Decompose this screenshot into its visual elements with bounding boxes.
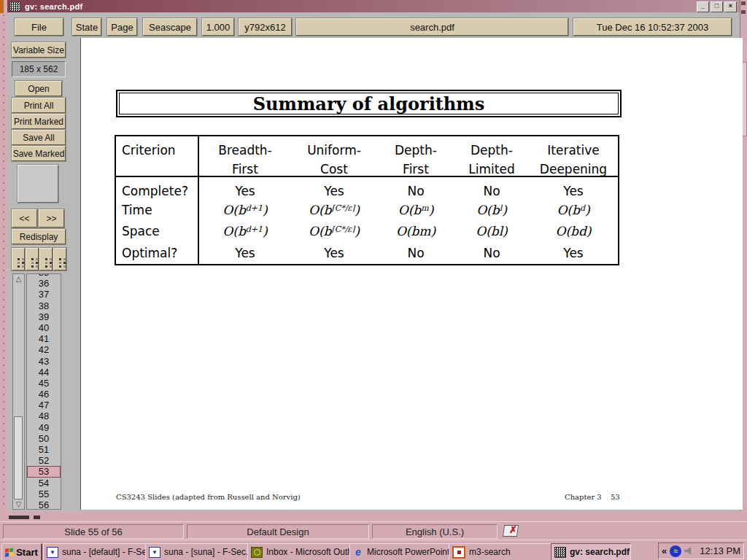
page-list-item[interactable]: 46 [27, 389, 61, 400]
table-row-label: Optimal? [116, 241, 199, 264]
taskbar-item-gv-active[interactable]: gv: search.pdf [551, 543, 631, 560]
page-list-item[interactable]: 52 [27, 455, 61, 466]
title-bar[interactable]: gv: search.pdf _ □ × [7, 0, 740, 12]
table-cell: No [377, 241, 454, 264]
maximize-button[interactable]: □ [711, 1, 723, 12]
taskbar-item-m3-search[interactable]: m3-search [449, 543, 555, 560]
save-marked-button[interactable]: Save Marked [12, 146, 66, 161]
table-cell: Yes [291, 177, 377, 199]
volume-icon[interactable] [684, 547, 693, 556]
algorithms-table: Criterion Breadth-First Uniform-Cost Dep… [115, 135, 619, 265]
save-all-button[interactable]: Save All [12, 130, 66, 145]
slide-title: Summary of algorithms [253, 93, 484, 114]
table-cell: Yes [529, 177, 618, 199]
outlook-icon [251, 547, 263, 558]
next-page-button[interactable]: >> [39, 209, 64, 228]
table-row-label: Space [116, 220, 199, 241]
desktop: gv: search.pdf _ □ × File State Page Sea… [0, 0, 747, 560]
start-button[interactable]: Start [1, 543, 42, 560]
pagemedia-preview [18, 165, 58, 203]
language-indicator: English (U.S.) [372, 524, 498, 539]
windows-logo-icon [5, 548, 14, 556]
pagesize-button[interactable]: y792x612 [239, 18, 292, 36]
mark-pattern-button-2[interactable] [26, 248, 39, 271]
filename-display: search.pdf [296, 18, 568, 36]
page-list-item[interactable]: 56 [27, 499, 61, 510]
page-list-item[interactable]: 41 [27, 333, 61, 344]
page-list-item[interactable]: 36 [27, 278, 61, 289]
powerpoint-status-bar: Slide 55 of 56 Default Design English (U… [0, 521, 747, 540]
date-display: Tue Dec 16 10:52:37 2003 [573, 18, 732, 36]
variable-size-button[interactable]: Variable Size [12, 42, 66, 58]
print-all-button[interactable]: Print All [12, 98, 66, 113]
table-cell: No [454, 177, 529, 199]
table-cell: Yes [199, 241, 291, 264]
size-display: 185 x 562 [12, 61, 66, 77]
prev-page-button[interactable]: << [12, 209, 37, 228]
page-list-item[interactable]: 42 [27, 344, 61, 355]
taskbar-item-fsecure-suna[interactable]: ▼ suna - [suna] - F-Sec... [145, 543, 252, 560]
mark-pattern-button-1[interactable] [12, 248, 25, 271]
page-list-item[interactable]: 55 [27, 489, 61, 499]
page-list-item[interactable]: 47 [27, 400, 61, 411]
scale-button[interactable]: 1.000 [202, 18, 234, 36]
background-window-edge [0, 0, 4, 13]
table-cell: No [454, 241, 529, 264]
taskbar-item-powerpoint[interactable]: e Microsoft PowerPoint... [349, 543, 453, 560]
table-cell: O(bm) [377, 220, 454, 241]
page-list[interactable]: 3536373839404142434445464748495051525354… [26, 273, 61, 510]
scrollbar-thumb[interactable] [14, 416, 23, 499]
page-list-item[interactable]: 37 [27, 289, 61, 300]
mark-pattern-button-3[interactable] [39, 248, 53, 271]
fsecure-tray-icon[interactable]: ≈ [670, 545, 681, 557]
slide-title-box: Summary of algorithms [116, 90, 622, 117]
table-cell: Yes [199, 177, 291, 199]
page-list-item[interactable]: 39 [27, 311, 61, 322]
table-cell: O(bl) [454, 199, 529, 220]
page-list-items: 3536373839404142434445464748495051525354… [27, 273, 61, 510]
page-list-item[interactable]: 48 [27, 411, 61, 421]
scroll-down-icon[interactable]: ▽ [13, 500, 24, 508]
print-marked-button[interactable]: Print Marked [12, 114, 66, 129]
file-menu-button[interactable]: File [15, 18, 63, 36]
powerpoint-icon: e [353, 546, 363, 558]
page-list-item[interactable]: 51 [27, 444, 61, 455]
state-menu-button[interactable]: State [72, 18, 101, 36]
table-header-col: Depth-First [377, 136, 454, 177]
page-list-item[interactable]: 38 [27, 300, 61, 311]
close-button[interactable]: × [724, 1, 737, 12]
scroll-up-icon[interactable]: △ [13, 275, 24, 283]
page-list-item[interactable]: 44 [27, 367, 61, 378]
page-list-item[interactable]: 50 [27, 433, 61, 444]
minimize-button[interactable]: _ [697, 1, 709, 12]
table-cell: O(b⌈C*/ε⌉) [291, 199, 377, 220]
redisplay-button[interactable]: Redisplay [12, 229, 66, 244]
page-list-scrollbar[interactable]: △ ▽ [12, 273, 25, 510]
window-title: gv: search.pdf [25, 2, 82, 11]
mark-pattern-button-4[interactable] [53, 248, 66, 271]
tray-expand-icon[interactable]: « [662, 545, 667, 556]
table-cell: O(bd+1) [199, 220, 291, 241]
page-list-item[interactable]: 54 [27, 478, 61, 489]
open-button[interactable]: Open [15, 81, 62, 96]
background-window-edge [741, 10, 746, 14]
table-cell: Yes [529, 241, 618, 264]
m3-search-icon [452, 546, 465, 559]
page-menu-button[interactable]: Page [107, 18, 137, 36]
marks-icon [45, 258, 47, 260]
table-header-col: Depth-Limited [454, 136, 529, 177]
page-list-item[interactable]: 40 [27, 322, 61, 333]
page-list-item[interactable]: 43 [27, 356, 61, 367]
table-header-col: IterativeDeepening [529, 136, 618, 177]
background-window-edge-dots [3, 15, 4, 510]
gv-window: gv: search.pdf _ □ × File State Page Sea… [7, 0, 740, 512]
table-cell: O(bd) [529, 199, 618, 220]
page-list-item[interactable]: 53 [27, 466, 61, 477]
taskbar-item-outlook[interactable]: Inbox - Microsoft Outl... [247, 543, 354, 560]
orientation-button[interactable]: Seascape [143, 18, 197, 36]
table-row-label: Complete? [116, 177, 199, 199]
document-page[interactable]: Summary of algorithms Criterion Breadth-… [80, 38, 743, 510]
taskbar-item-fsecure-default[interactable]: ▼ suna - [default] - F-Se... [43, 543, 150, 560]
page-list-item[interactable]: 49 [27, 422, 61, 433]
page-list-item[interactable]: 45 [27, 378, 61, 389]
